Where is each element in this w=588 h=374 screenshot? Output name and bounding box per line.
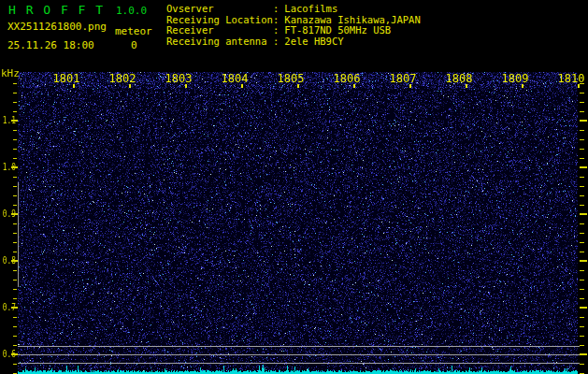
station-info: Ovserver:Lacofilms Receiving Location:Ka…: [166, 4, 421, 48]
freq-major-tick-right: [580, 353, 587, 355]
freq-minor-tick-right: [580, 270, 584, 271]
freq-minor-tick-right: [580, 298, 584, 299]
freq-major-tick-right: [580, 120, 587, 122]
freq-minor-tick-right: [580, 111, 584, 112]
freq-minor-tick-left: [13, 270, 17, 271]
meteor-count: 0: [131, 39, 137, 51]
reference-line-upper: [18, 346, 580, 347]
freq-minor-tick-right: [580, 336, 584, 337]
freq-minor-tick-right: [580, 195, 584, 196]
freq-minor-tick-left: [13, 233, 17, 234]
info-value-observer: Lacofilms: [284, 3, 337, 14]
freq-minor-tick-right: [580, 149, 584, 150]
freq-minor-tick-left: [13, 102, 17, 103]
freq-label: 0.7: [3, 302, 12, 313]
freq-major-tick-right: [580, 307, 587, 309]
freq-minor-tick-right: [580, 326, 584, 327]
freq-major-tick-left: [11, 307, 18, 309]
freq-minor-tick-left: [13, 186, 17, 187]
freq-minor-tick-right: [580, 280, 584, 280]
freq-minor-tick-right: [580, 83, 584, 84]
info-value-location: Kanazawa Ishikawa,JAPAN: [284, 14, 420, 25]
freq-minor-tick-left: [13, 252, 17, 252]
freq-minor-tick-right: [580, 186, 584, 187]
freq-minor-tick-left: [13, 345, 17, 346]
freq-major-tick-left: [11, 166, 18, 168]
output-filename: XX2511261800.png: [7, 21, 107, 33]
observation-datetime: 25.11.26 18:00: [7, 39, 94, 51]
freq-minor-tick-right: [580, 364, 584, 365]
info-value-antenna: 2ele HB9CY: [284, 36, 343, 47]
y-axis-unit-label: kHz: [1, 67, 20, 79]
freq-minor-tick-right: [580, 102, 584, 103]
info-colon: :: [273, 36, 279, 47]
freq-minor-tick-left: [13, 298, 17, 299]
freq-label: 0.8: [3, 255, 12, 266]
reference-line-mid: [18, 354, 580, 355]
info-value-receiver: FT-817ND 50MHz USB: [284, 24, 391, 36]
reference-line-lower: [18, 363, 580, 364]
freq-minor-tick-left: [13, 326, 17, 327]
freq-minor-tick-left: [13, 158, 17, 159]
observation-mode: meteor: [115, 25, 152, 37]
freq-minor-tick-right: [580, 233, 584, 234]
freq-minor-tick-right: [580, 345, 584, 346]
freq-minor-tick-left: [13, 364, 17, 365]
freq-label: 1.1: [3, 115, 12, 126]
freq-minor-tick-left: [13, 205, 17, 206]
info-colon: :: [273, 3, 279, 14]
freq-minor-tick-right: [580, 93, 584, 94]
freq-minor-tick-right: [580, 139, 584, 140]
left-margin-marker: [18, 182, 19, 287]
freq-minor-tick-right: [580, 242, 584, 243]
freq-major-tick-right: [580, 260, 587, 262]
freq-major-tick-left: [11, 353, 18, 355]
freq-minor-tick-right: [580, 252, 584, 252]
freq-major-tick-right: [580, 166, 587, 168]
freq-minor-tick-right: [580, 177, 584, 178]
info-colon: :: [273, 14, 279, 25]
freq-minor-tick-right: [580, 317, 584, 318]
freq-major-tick-left: [11, 213, 18, 215]
freq-major-tick-right: [580, 213, 587, 215]
freq-minor-tick-left: [13, 289, 17, 290]
freq-minor-tick-left: [13, 149, 17, 150]
station-info-row: Ovserver:Lacofilms: [166, 4, 421, 15]
freq-minor-tick-right: [580, 289, 584, 290]
freq-minor-tick-left: [13, 317, 17, 318]
info-colon: :: [273, 24, 279, 36]
freq-minor-tick-left: [13, 242, 17, 243]
freq-minor-tick-left: [13, 139, 17, 140]
freq-minor-tick-left: [13, 177, 17, 178]
freq-major-tick-left: [11, 260, 18, 262]
freq-minor-tick-left: [13, 280, 17, 280]
freq-minor-tick-left: [13, 93, 17, 94]
app-version: 1.0.0: [116, 5, 147, 17]
freq-minor-tick-left: [13, 130, 17, 131]
freq-label: 0.6: [3, 349, 12, 360]
station-info-row: Receiving antenna:2ele HB9CY: [166, 36, 421, 48]
freq-major-tick-left: [11, 120, 18, 122]
freq-minor-tick-right: [580, 158, 584, 159]
freq-minor-tick-left: [13, 111, 17, 112]
time-tick-mark: [578, 84, 580, 88]
freq-label: 1.0: [3, 162, 12, 173]
freq-minor-tick-right: [580, 205, 584, 206]
freq-minor-tick-left: [13, 223, 17, 224]
spectrogram-canvas: [18, 72, 578, 374]
freq-label: 0.9: [3, 209, 12, 220]
freq-minor-tick-right: [580, 130, 584, 131]
freq-minor-tick-left: [13, 195, 17, 196]
freq-minor-tick-left: [13, 83, 17, 84]
app-title: H R O F F T: [8, 3, 105, 17]
hrofft-output: H R O F F T 1.0.0 XX2511261800.png meteo…: [0, 0, 588, 374]
freq-minor-tick-right: [580, 223, 584, 224]
freq-minor-tick-left: [13, 336, 17, 337]
info-label-antenna: Receiving antenna: [166, 36, 273, 48]
info-label-observer: Ovserver: [166, 4, 273, 15]
